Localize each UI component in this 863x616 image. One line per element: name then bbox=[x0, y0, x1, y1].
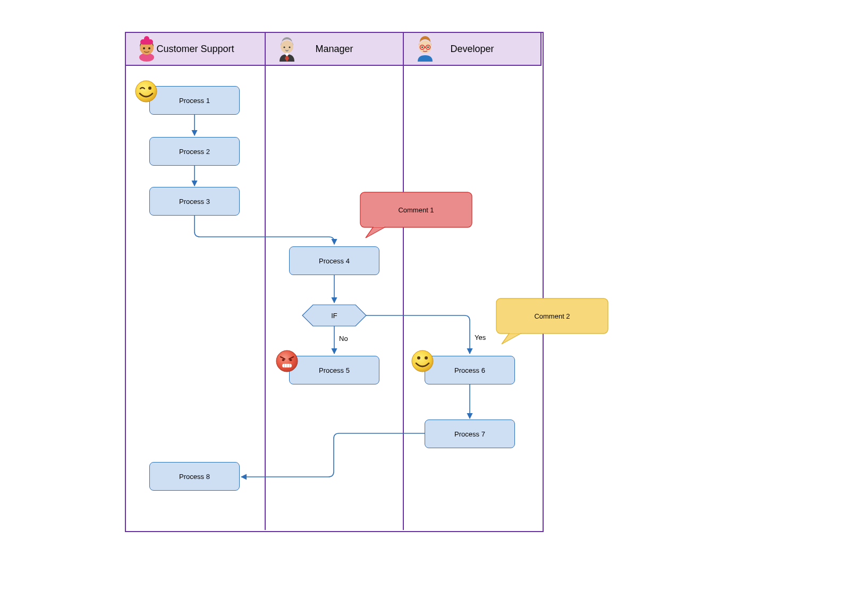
svg-point-28 bbox=[412, 350, 433, 372]
svg-point-22 bbox=[282, 359, 284, 361]
edge-label-no: No bbox=[339, 335, 348, 343]
process-4-label: Process 4 bbox=[319, 257, 350, 265]
comment-2-label: Comment 2 bbox=[534, 312, 570, 320]
decision-if[interactable]: IF bbox=[302, 305, 366, 326]
svg-point-29 bbox=[417, 356, 420, 360]
comment-2[interactable]: Comment 2 bbox=[496, 298, 608, 333]
comment-1[interactable]: Comment 1 bbox=[360, 192, 472, 227]
wink-emoji-icon bbox=[134, 80, 158, 103]
process-2[interactable]: Process 2 bbox=[149, 137, 240, 166]
process-3[interactable]: Process 3 bbox=[149, 187, 240, 216]
connector-layer bbox=[0, 0, 863, 616]
process-5-label: Process 5 bbox=[319, 366, 350, 374]
diagram-canvas: Customer Support Manager Developer bbox=[0, 0, 863, 616]
angry-emoji-icon bbox=[275, 349, 299, 373]
process-8-label: Process 8 bbox=[179, 473, 210, 481]
process-3-label: Process 3 bbox=[179, 198, 210, 206]
process-7-label: Process 7 bbox=[454, 430, 485, 438]
process-6[interactable]: Process 6 bbox=[425, 356, 515, 384]
process-7[interactable]: Process 7 bbox=[425, 420, 515, 448]
process-5[interactable]: Process 5 bbox=[289, 356, 379, 384]
svg-point-21 bbox=[276, 350, 298, 372]
svg-point-23 bbox=[289, 359, 292, 361]
process-1[interactable]: Process 1 bbox=[149, 86, 240, 115]
process-2-label: Process 2 bbox=[179, 148, 210, 156]
svg-point-20 bbox=[148, 87, 151, 90]
process-1-label: Process 1 bbox=[179, 97, 210, 105]
comment-1-label: Comment 1 bbox=[398, 206, 434, 214]
process-4[interactable]: Process 4 bbox=[289, 246, 379, 275]
edge-label-yes: Yes bbox=[475, 333, 486, 341]
process-6-label: Process 6 bbox=[454, 366, 485, 374]
smile-emoji-icon bbox=[411, 349, 434, 373]
svg-point-19 bbox=[136, 81, 157, 102]
process-8[interactable]: Process 8 bbox=[149, 462, 240, 491]
svg-point-30 bbox=[425, 356, 428, 360]
decision-if-label: IF bbox=[331, 312, 337, 320]
